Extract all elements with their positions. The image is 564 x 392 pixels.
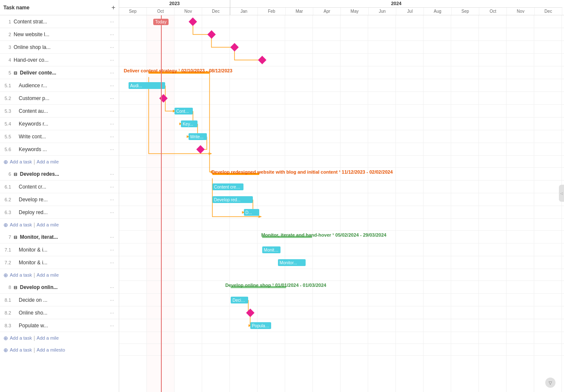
table-row[interactable]: 6⊟ Develop redes...··· xyxy=(0,168,119,180)
table-row[interactable]: 3Online shop la...··· xyxy=(0,41,119,54)
table-row[interactable]: 8.2Online sho...··· xyxy=(0,306,119,319)
gantt-row xyxy=(119,28,564,41)
add-task-icon: ⊕ xyxy=(3,335,8,341)
task-number: 8 xyxy=(2,285,14,290)
gantt-body: TodayDeliver content strategy ¹ 02/10/20… xyxy=(119,15,564,392)
task-name-cell: Populate w... xyxy=(14,323,107,329)
task-more-button[interactable]: ··· xyxy=(107,171,117,177)
task-more-button[interactable]: ··· xyxy=(107,134,117,140)
month-sep-2024: Sep xyxy=(452,8,479,15)
add-milestone-link[interactable]: Add a mile xyxy=(37,335,59,340)
separator: | xyxy=(34,335,35,341)
collapse-icon[interactable]: ⊟ xyxy=(14,285,18,290)
collapse-icon[interactable]: ⊟ xyxy=(14,71,18,75)
task-more-button[interactable]: ··· xyxy=(107,197,117,203)
table-row[interactable]: 5.1Audience r...··· xyxy=(0,79,119,92)
table-row[interactable]: 7.1Monitor & i...··· xyxy=(0,243,119,256)
task-more-button[interactable]: ··· xyxy=(107,70,117,76)
task-more-button[interactable]: ··· xyxy=(107,44,117,50)
table-row[interactable]: 7.2Monitor & i...··· xyxy=(0,256,119,269)
table-row[interactable]: 8⊟ Develop onlin...··· xyxy=(0,281,119,294)
collapse-icon[interactable]: ⊟ xyxy=(14,235,18,240)
gantt-bar[interactable]: Populate w... xyxy=(250,322,272,329)
task-more-button[interactable]: ··· xyxy=(107,108,117,114)
task-more-button[interactable]: ··· xyxy=(107,83,117,89)
gantt-bar[interactable]: Monitor... xyxy=(278,259,306,266)
table-row[interactable]: 5.4Keywords r...··· xyxy=(0,117,119,130)
collapse-icon[interactable]: ⊟ xyxy=(14,172,18,177)
group-summary-label: Develop redesigned website with blog and… xyxy=(212,169,393,175)
gantt-bar[interactable]: Cont... xyxy=(175,108,193,114)
table-row[interactable]: 6.3Deploy red...··· xyxy=(0,206,119,219)
month-aug-2024: Aug xyxy=(424,8,452,15)
table-row[interactable]: 5.5Write cont...··· xyxy=(0,130,119,143)
task-more-button[interactable]: ··· xyxy=(107,234,117,240)
table-row[interactable]: 8.3Populate w...··· xyxy=(0,319,119,332)
task-name-cell: Audience r... xyxy=(14,83,107,89)
table-row[interactable]: 5.3Content au...··· xyxy=(0,105,119,117)
task-more-button[interactable]: ··· xyxy=(107,284,117,290)
month-oct-2024: Oct xyxy=(479,8,507,15)
gantt-bar[interactable]: Write... xyxy=(189,133,207,140)
table-row[interactable]: 5.2Customer p...··· xyxy=(0,92,119,105)
gantt-bar[interactable]: Key... xyxy=(181,120,198,127)
table-row[interactable]: 6.2Develop re...··· xyxy=(0,193,119,206)
table-row[interactable]: 4Hand-over co...··· xyxy=(0,54,119,66)
task-more-button[interactable]: ··· xyxy=(107,209,117,215)
task-more-button[interactable]: ··· xyxy=(107,297,117,303)
separator: | xyxy=(34,222,35,228)
add-task-link[interactable]: Add a task xyxy=(10,159,32,164)
table-row[interactable]: 6.1Content cr...··· xyxy=(0,180,119,193)
task-more-button[interactable]: ··· xyxy=(107,184,117,190)
add-task-header-button[interactable]: + xyxy=(112,4,115,11)
task-name-cell: Customer p... xyxy=(14,95,107,101)
task-more-button[interactable]: ··· xyxy=(107,57,117,63)
task-more-button[interactable]: ··· xyxy=(107,310,117,316)
task-more-button[interactable]: ··· xyxy=(107,260,117,266)
task-number: 2 xyxy=(2,32,14,37)
add-task-link[interactable]: Add a task xyxy=(10,335,32,340)
months-2023: Sep Oct Nov Dec xyxy=(119,8,230,15)
gantt-bar[interactable]: Audi... xyxy=(129,82,166,89)
gantt-bar[interactable]: D... xyxy=(244,209,260,216)
task-number: 5.1 xyxy=(2,83,14,88)
scroll-down-button[interactable]: ▽ xyxy=(545,378,555,388)
gantt-panel: 2023 Sep Oct Nov Dec 2024 Jan Feb Mar Ap… xyxy=(119,0,564,392)
task-more-button[interactable]: ··· xyxy=(107,146,117,152)
task-name-cell: Online shop la... xyxy=(14,44,107,50)
gantt-bar[interactable]: Decide ... xyxy=(231,297,248,303)
add-task-link[interactable]: Add a task xyxy=(10,347,32,352)
task-number: 7.2 xyxy=(2,260,14,265)
add-milestone-link[interactable]: Add a mile xyxy=(37,159,59,164)
gantt-row xyxy=(119,281,564,294)
gantt-row xyxy=(119,130,564,143)
task-number: 8.3 xyxy=(2,323,14,328)
add-task-icon: ⊕ xyxy=(3,347,8,353)
task-name-cell: Deploy red... xyxy=(14,209,107,215)
table-row[interactable]: 7⊟ Monitor, iterat...··· xyxy=(0,231,119,243)
task-more-button[interactable]: ··· xyxy=(107,19,117,25)
add-milestone-link[interactable]: Add a mile xyxy=(37,272,59,278)
bar-label: Decide ... xyxy=(231,298,248,303)
task-more-button[interactable]: ··· xyxy=(107,247,117,253)
add-task-link[interactable]: Add a task xyxy=(10,272,32,278)
gantt-bar[interactable]: Content creation xyxy=(212,183,244,190)
gantt-bar[interactable]: Develop red... xyxy=(212,196,253,203)
table-row[interactable]: 5.6Keywords ...··· xyxy=(0,143,119,156)
task-more-button[interactable]: ··· xyxy=(107,121,117,127)
table-row[interactable]: 2New website l...··· xyxy=(0,28,119,41)
table-row[interactable]: 5⊟ Deliver conte...··· xyxy=(0,66,119,79)
task-name-cell: Keywords r... xyxy=(14,121,107,127)
month-nov-2024: Nov xyxy=(507,8,535,15)
table-row[interactable]: 8.1Decide on ...··· xyxy=(0,294,119,306)
month-oct-2023: Oct xyxy=(147,8,175,15)
add-milestone-link[interactable]: Add a mile xyxy=(37,222,59,227)
add-task-link[interactable]: Add a task xyxy=(10,222,32,227)
task-more-button[interactable]: ··· xyxy=(107,95,117,101)
scroll-handle[interactable]: ◁ xyxy=(559,185,564,202)
add-milestone-link[interactable]: Add a milesto xyxy=(37,347,65,352)
task-more-button[interactable]: ··· xyxy=(107,323,117,329)
table-row[interactable]: 1Content strat...··· xyxy=(0,15,119,28)
gantt-bar[interactable]: Monitor ... xyxy=(262,246,281,253)
task-more-button[interactable]: ··· xyxy=(107,31,117,37)
